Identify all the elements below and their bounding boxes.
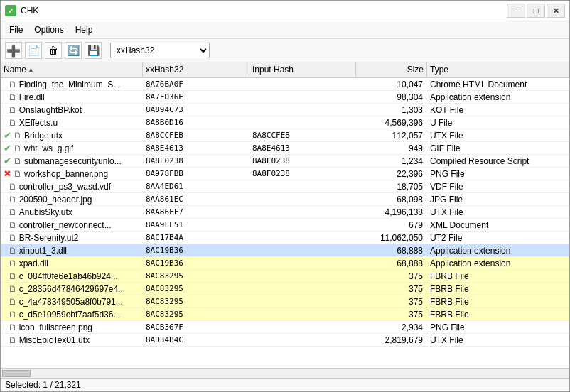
cell-input: 8A8F0238 <box>249 168 356 179</box>
cell-hash: 8AC83295 <box>143 271 249 281</box>
cell-size: 2,934 <box>356 322 427 333</box>
cell-name: · 🗋 xpad.dll <box>1 257 143 269</box>
col-header-hash[interactable]: xxHash32 <box>143 62 249 77</box>
file-name: wht_ws_g.gif <box>24 143 73 153</box>
delete-button[interactable]: 🗑 <box>45 42 62 59</box>
table-row[interactable]: · 🗋 MiscEpicTex01.utx 8AD34B4C 2,819,679… <box>1 334 569 347</box>
horizontal-scrollbar[interactable] <box>1 368 569 378</box>
cell-hash: 8AA9FF51 <box>143 219 249 230</box>
status-none-icon: · <box>4 219 6 230</box>
table-row[interactable]: · 🗋 icon_fullscreen.png 8ACB367F 2,934 P… <box>1 321 569 334</box>
add-button[interactable]: ➕ <box>5 42 22 59</box>
table-row[interactable]: · 🗋 XEffects.u 8A8B0D16 4,569,396 U File <box>1 116 569 129</box>
file-icon: 🗋 <box>14 143 22 153</box>
table-row[interactable]: · 🗋 AnubisSky.utx 8AA86FF7 4,196,138 UTX… <box>1 206 569 219</box>
cell-input <box>249 84 356 85</box>
file-icon: 🗋 <box>9 322 17 332</box>
close-button[interactable]: ✕ <box>547 4 565 18</box>
file-icon: 🗋 <box>9 271 17 281</box>
file-icon: 🗋 <box>9 310 17 320</box>
cell-size: 375 <box>356 271 427 282</box>
cell-name: · 🗋 controller_ps3_wasd.vdf <box>1 180 143 192</box>
cell-input <box>249 314 356 315</box>
table-row[interactable]: · 🗋 c_28356d47846429697e4... 8AC83295 37… <box>1 283 569 295</box>
cell-name: · 🗋 Finding_the_Minimum_S... <box>1 78 143 90</box>
col-header-size[interactable]: Size <box>356 62 427 77</box>
cell-input <box>249 327 356 328</box>
table-row[interactable]: · 🗋 xpad.dll 8AC19B36 68,888 Application… <box>1 257 569 270</box>
cell-size: 68,888 <box>356 245 427 256</box>
table-row[interactable]: ✖ 🗋 workshop_banner.png 8A978FBB 8A8F023… <box>1 168 569 180</box>
file-icon: 🗋 <box>9 246 17 256</box>
file-icon: 🗋 <box>14 131 22 141</box>
menu-file[interactable]: File <box>4 23 28 37</box>
cell-hash: 8AC19B36 <box>143 245 249 256</box>
cell-hash: 8A7FD36E <box>143 92 249 102</box>
cell-size: 4,569,396 <box>356 117 427 129</box>
table-row[interactable]: · 🗋 BR-Serenity.ut2 8AC17B4A 11,062,050 … <box>1 232 569 244</box>
table-row[interactable]: · 🗋 c_084ff0fe6e1ab46b924... 8AC83295 37… <box>1 270 569 283</box>
table-row[interactable]: · 🗋 xinput1_3.dll 8AC19B36 68,888 Applic… <box>1 244 569 257</box>
cell-hash: 8A8CCFEB <box>143 130 249 141</box>
file-name: Finding_the_Minimum_S... <box>19 80 121 89</box>
scroll-thumb-h[interactable] <box>2 370 31 377</box>
toolbar: ➕ 📄 🗑 🔄 💾 xxHash32 MD5 SHA1 SHA256 <box>1 39 569 62</box>
cell-type: U File <box>427 117 569 129</box>
file-name: OnslaughtBP.kot <box>19 105 82 115</box>
table-row[interactable]: · 🗋 Finding_the_Minimum_S... 8A76BA0F 10… <box>1 78 569 91</box>
file-name: BR-Serenity.ut2 <box>19 233 79 243</box>
table-row[interactable]: ✔ 🗋 Bridge.utx 8A8CCFEB 8A8CCFEB 112,057… <box>1 129 569 142</box>
hash-algorithm-dropdown[interactable]: xxHash32 MD5 SHA1 SHA256 <box>110 43 210 58</box>
menu-help[interactable]: Help <box>70 23 99 37</box>
cell-type: FBRB File <box>427 283 569 295</box>
table-row[interactable]: ✔ 🗋 submanagesecurityunlo... 8A8F0238 8A… <box>1 155 569 168</box>
save-button[interactable]: 💾 <box>85 42 102 59</box>
cell-hash: 8A8B0D16 <box>143 117 249 128</box>
cell-input <box>249 301 356 303</box>
status-none-icon: · <box>4 334 6 345</box>
folder-button[interactable]: 📄 <box>25 42 42 59</box>
cell-input: 8A8F0238 <box>249 156 356 166</box>
cell-size: 68,098 <box>356 194 427 205</box>
table-row[interactable]: · 🗋 200590_header.jpg 8AA861EC 68,098 JP… <box>1 193 569 206</box>
status-none-icon: · <box>4 117 6 128</box>
file-name: Fire.dll <box>19 92 45 102</box>
status-ok-icon: ✔ <box>4 130 11 141</box>
col-header-input[interactable]: Input Hash <box>249 62 356 77</box>
cell-type: UTX File <box>427 207 569 218</box>
table-row[interactable]: · 🗋 c_d5e10959ebf7aaf5d36... 8AC83295 37… <box>1 308 569 321</box>
table-row[interactable]: ✔ 🗋 wht_ws_g.gif 8A8E4613 8A8E4613 949 G… <box>1 142 569 155</box>
file-name: c_4a478349505a8f0b791... <box>19 297 123 307</box>
list-body[interactable]: · 🗋 Finding_the_Minimum_S... 8A76BA0F 10… <box>1 78 569 368</box>
maximize-button[interactable]: □ <box>527 4 545 18</box>
table-row[interactable]: · 🗋 c_4a478349505a8f0b791... 8AC83295 37… <box>1 295 569 308</box>
cell-input <box>249 212 356 213</box>
file-icon: 🗋 <box>9 233 17 243</box>
status-none-icon: · <box>4 322 6 332</box>
menu-options[interactable]: Options <box>28 23 69 37</box>
cell-type: PNG File <box>427 322 569 333</box>
cell-name: · 🗋 Fire.dll <box>1 91 143 103</box>
cell-name: · 🗋 c_d5e10959ebf7aaf5d36... <box>1 308 143 320</box>
file-icon: 🗋 <box>9 195 17 205</box>
file-icon: 🗋 <box>9 105 17 115</box>
cell-type: Compiled Resource Script <box>427 156 569 167</box>
minimize-button[interactable]: ─ <box>507 4 525 18</box>
table-row[interactable]: · 🗋 OnslaughtBP.kot 8A894C73 1,303 KOT F… <box>1 104 569 116</box>
cell-hash: 8AA861EC <box>143 194 249 205</box>
col-header-name[interactable]: Name ▲ <box>1 62 143 77</box>
cell-size: 11,062,050 <box>356 232 427 244</box>
table-row[interactable]: · 🗋 Fire.dll 8A7FD36E 98,304 Application… <box>1 91 569 104</box>
cell-name: · 🗋 XEffects.u <box>1 116 143 129</box>
file-name: xinput1_3.dll <box>19 246 67 256</box>
window-title: CHK <box>21 6 38 16</box>
cell-size: 1,303 <box>356 104 427 116</box>
file-name: Bridge.utx <box>24 131 63 141</box>
refresh-button[interactable]: 🔄 <box>65 42 82 59</box>
table-row[interactable]: · 🗋 controller_ps3_wasd.vdf 8AA4ED61 18,… <box>1 180 569 193</box>
cell-type: UTX File <box>427 334 569 346</box>
status-none-icon: · <box>4 92 6 102</box>
col-header-type[interactable]: Type <box>427 62 569 77</box>
table-row[interactable]: · 🗋 controller_newconnect... 8AA9FF51 67… <box>1 219 569 232</box>
cell-type: FBRB File <box>427 271 569 282</box>
